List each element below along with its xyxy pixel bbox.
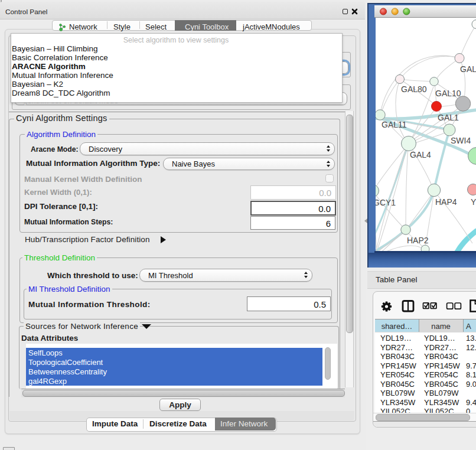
svg-text:GAL10: GAL10: [435, 89, 461, 98]
svg-text:HAP4: HAP4: [435, 197, 457, 207]
svg-text:GAL11: GAL11: [382, 120, 407, 129]
svg-text:GAL80: GAL80: [401, 84, 427, 94]
svg-text:HAP2: HAP2: [407, 236, 429, 245]
svg-text:YM: YM: [471, 197, 476, 207]
svg-text:SWI4: SWI4: [451, 136, 471, 145]
svg-text:GAL7: GAL7: [460, 64, 476, 74]
svg-text:GAL4: GAL4: [410, 150, 431, 159]
svg-text:GAL1: GAL1: [438, 113, 459, 122]
svg-text:GCY1: GCY1: [373, 198, 396, 207]
